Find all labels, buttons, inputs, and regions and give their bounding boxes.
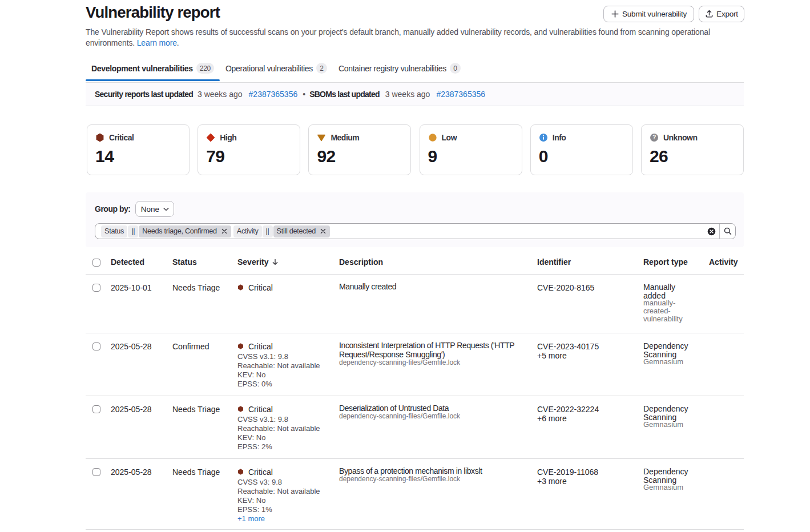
svg-text:?: ? bbox=[652, 134, 656, 140]
